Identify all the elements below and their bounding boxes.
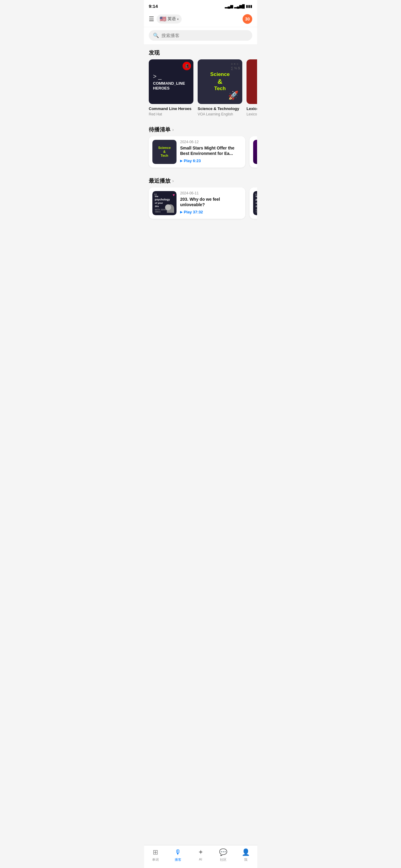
- recent-date-0: 2024-06-11: [180, 191, 242, 195]
- queue-arrow-icon[interactable]: ›: [172, 127, 174, 132]
- queue-cards-list: Science&Tech 2024-06-12 Small Stars Migh…: [144, 136, 257, 173]
- recent-thumb-psych2: thepsychologyof your20s ♥ iH WITH JEMMA …: [253, 191, 257, 215]
- language-label: 英语: [168, 16, 176, 22]
- search-input[interactable]: [162, 33, 248, 38]
- queue-thumb-spider: 🕷️: [253, 140, 257, 164]
- st-label-tech: Tech: [210, 86, 230, 92]
- search-icon: 🔍: [153, 33, 159, 38]
- header: ☰ 🇺🇸 英语 ▾ 30: [144, 11, 257, 27]
- chevron-down-icon: ▾: [177, 18, 179, 21]
- podcast-thumb-scitech: Science & Tech + × ÷∑ % $ 🚀: [198, 59, 242, 104]
- podcast-card-lexicon[interactable]: 'leksə,kɒn ★ BKS ★ 📚 LEXICON STUDIO Lexi…: [247, 59, 257, 116]
- search-wrap[interactable]: 🔍: [149, 30, 252, 41]
- podcast-author-lexicon: Lexicon Valley: [247, 112, 257, 116]
- podcast-cards-list: > _ COMMAND_LINEHEROES 🎩 Command Line He…: [144, 59, 257, 121]
- recent-card-1[interactable]: thepsychologyof your20s ♥ iH WITH JEMMA …: [250, 187, 257, 219]
- podcast-name-lexicon: Lexicon Valley: [247, 106, 257, 112]
- queue-info-0: 2024-06-12 Small Stars Might Offer the B…: [180, 140, 242, 163]
- clh-badge: 🎩: [182, 62, 191, 70]
- podcast-thumb-clh: > _ COMMAND_LINEHEROES 🎩: [149, 59, 193, 104]
- search-bar: 🔍: [144, 27, 257, 44]
- st-label-amp: &: [210, 78, 230, 86]
- queue-card-0[interactable]: Science&Tech 2024-06-12 Small Stars Migh…: [149, 136, 245, 167]
- queue-card-1[interactable]: 🕷️: [250, 136, 257, 167]
- play-triangle-icon: ▶: [180, 159, 182, 162]
- podcast-card-scitech[interactable]: Science & Tech + × ÷∑ % $ 🚀 Science & Te…: [198, 59, 242, 116]
- recent-thumb-1: thepsychologyof your20s ♥ iH WITH JEMMA …: [253, 191, 257, 215]
- battery-icon: ▮▮▮: [246, 4, 252, 8]
- recent-play-label-0: Play 37:32: [184, 210, 203, 214]
- menu-icon[interactable]: ☰: [149, 16, 154, 23]
- status-time: 9:14: [149, 4, 158, 9]
- notification-badge[interactable]: 30: [242, 14, 252, 24]
- st-label-science: Science: [210, 71, 230, 78]
- podcast-author-clh: Red Hat: [149, 112, 193, 116]
- psych-badge-icon: ♥: [173, 193, 175, 197]
- queue-title-0: Small Stars Might Offer the Best Environ…: [180, 145, 242, 156]
- status-bar: 9:14 ▂▄▆ ▂▄▆█ ▮▮▮: [144, 0, 257, 11]
- psych2-label: thepsychologyof your20s: [256, 195, 257, 208]
- wifi-icon: ▂▄▆: [225, 4, 233, 8]
- recent-title-0: 203. Why do we feel unloveable?: [180, 196, 242, 207]
- queue-title: 待播清单: [149, 126, 170, 133]
- status-icons: ▂▄▆ ▂▄▆█ ▮▮▮: [225, 4, 252, 8]
- language-selector[interactable]: 🇺🇸 英语 ▾: [156, 14, 182, 24]
- hat-icon: 🎩: [184, 64, 190, 68]
- psych2-iHeart-logo: iH: [255, 193, 257, 196]
- recent-thumb-psych: thepsychologyof your20s ♥ iH WITH JEMMA …: [152, 191, 176, 215]
- psych-person-icon: [167, 204, 174, 213]
- recent-arrow-icon[interactable]: ›: [172, 179, 174, 183]
- discover-section: 发现 > _ COMMAND_LINEHEROES 🎩 Command Line…: [144, 44, 257, 121]
- podcast-card-clh[interactable]: > _ COMMAND_LINEHEROES 🎩 Command Line He…: [149, 59, 193, 116]
- recent-title-row: 最近播放 ›: [144, 173, 257, 187]
- queue-date-0: 2024-06-12: [180, 140, 242, 144]
- signal-icon: ▂▄▆█: [234, 4, 245, 8]
- recent-title: 最近播放: [149, 177, 170, 184]
- recent-play-button-0[interactable]: ▶ Play 37:32: [180, 210, 242, 214]
- recent-cards-list: thepsychologyof your20s ♥ iH WITH JEMMA …: [144, 187, 257, 224]
- discover-title: 发现: [144, 44, 257, 59]
- queue-thumb-0: Science&Tech: [152, 140, 176, 164]
- iHeart-logo: iH: [154, 193, 157, 196]
- podcast-name-clh: Command Line Heroes: [149, 106, 193, 112]
- st-symbols: + × ÷∑ % $: [231, 62, 240, 70]
- psych2-author: WITH JEMMA SBEG: [256, 209, 257, 213]
- podcast-thumb-lexicon: 'leksə,kɒn ★ BKS ★ 📚 LEXICON STUDIO: [247, 59, 257, 104]
- play-label-0: Play 6:23: [184, 158, 201, 163]
- recent-card-0[interactable]: thepsychologyof your20s ♥ iH WITH JEMMA …: [149, 187, 245, 219]
- bottom-spacer: [144, 224, 257, 248]
- rocket-icon: 🚀: [228, 90, 239, 100]
- play-button-0[interactable]: ▶ Play 6:23: [180, 158, 242, 163]
- queue-title-row: 待播清单 ›: [144, 121, 257, 136]
- podcast-name-scitech: Science & Technology: [198, 106, 242, 112]
- podcast-author-scitech: VOA Learning English: [198, 112, 242, 116]
- recent-section: 最近播放 › thepsychologyof your20s ♥ iH: [144, 173, 257, 224]
- clh-title-text: COMMAND_LINEHEROES: [153, 81, 185, 90]
- recent-thumb-0: thepsychologyof your20s ♥ iH WITH JEMMA …: [152, 191, 176, 215]
- recent-play-triangle-icon: ▶: [180, 210, 182, 214]
- header-left: ☰ 🇺🇸 英语 ▾: [149, 14, 182, 24]
- queue-section: 待播清单 › Science&Tech 2024-06-12 Small Sta…: [144, 121, 257, 173]
- recent-info-0: 2024-06-11 203. Why do we feel unloveabl…: [180, 191, 242, 214]
- queue-thumb-1: 🕷️: [253, 140, 257, 164]
- clh-cursor-icon: > _: [153, 73, 162, 80]
- flag-icon: 🇺🇸: [160, 16, 166, 22]
- queue-thumb-scitech: Science&Tech: [152, 140, 176, 164]
